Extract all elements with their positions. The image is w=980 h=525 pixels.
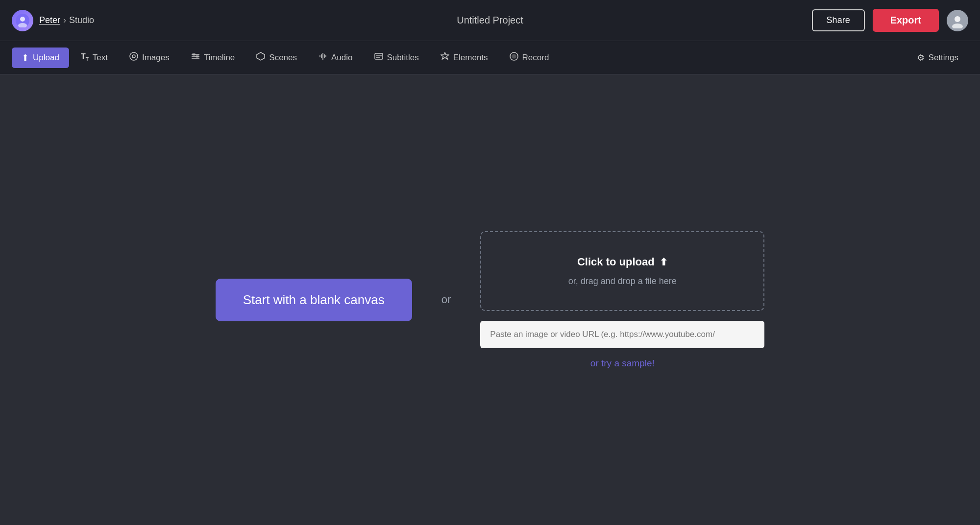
svg-point-4	[955, 16, 960, 22]
toolbar-subtitles-label: Subtitles	[387, 53, 419, 63]
export-button[interactable]: Export	[873, 9, 939, 32]
breadcrumb-studio: Studio	[69, 15, 94, 25]
timeline-icon	[191, 52, 200, 63]
svg-marker-13	[257, 52, 265, 60]
audio-icon	[318, 52, 327, 63]
upload-inline-icon: ⬆	[660, 256, 668, 268]
toolbar-item-record[interactable]: Record	[500, 47, 559, 68]
toolbar-item-subtitles[interactable]: Subtitles	[365, 47, 429, 68]
svg-rect-11	[193, 53, 195, 55]
toolbar-item-elements[interactable]: Elements	[431, 47, 498, 68]
upload-section: Click to upload ⬆ or, drag and drop a fi…	[480, 231, 764, 369]
toolbar-item-upload[interactable]: ⬆ Upload	[12, 48, 69, 68]
toolbar-elements-label: Elements	[453, 53, 488, 63]
user-profile-avatar[interactable]	[947, 10, 968, 31]
toolbar-upload-label: Upload	[33, 53, 59, 63]
upload-icon: ⬆	[22, 52, 29, 63]
svg-rect-12	[196, 55, 198, 57]
click-to-upload-label: Click to upload ⬆	[577, 256, 668, 268]
toolbar-item-timeline[interactable]: Timeline	[181, 47, 245, 68]
toolbar-audio-label: Audio	[331, 53, 352, 63]
toolbar-settings-label: Settings	[929, 53, 958, 63]
images-icon	[129, 52, 138, 63]
nav-right: Share Export	[490, 9, 968, 32]
drop-zone[interactable]: Click to upload ⬆ or, drag and drop a fi…	[480, 231, 764, 311]
scenes-icon	[256, 52, 265, 63]
breadcrumb: Peter › Studio	[39, 15, 94, 25]
user-avatar-logo	[12, 10, 33, 31]
svg-point-1	[20, 17, 25, 22]
share-button[interactable]: Share	[812, 9, 865, 31]
drag-drop-text: or, drag and drop a file here	[568, 276, 677, 286]
or-divider: or	[441, 293, 451, 306]
project-title: Untitled Project	[457, 15, 523, 26]
toolbar-item-text[interactable]: TT Text	[71, 48, 118, 67]
main-content: Start with a blank canvas or Click to up…	[0, 74, 980, 525]
toolbar-item-images[interactable]: Images	[120, 47, 179, 68]
svg-rect-14	[375, 53, 383, 59]
elements-icon	[441, 52, 449, 63]
subtitles-icon	[374, 52, 383, 63]
text-icon: TT	[81, 52, 89, 62]
toolbar: ⬆ Upload TT Text Images Timeline	[0, 41, 980, 74]
svg-point-7	[132, 55, 135, 58]
navbar: Peter › Studio Untitled Project Share Ex…	[0, 0, 980, 41]
blank-canvas-button[interactable]: Start with a blank canvas	[216, 279, 412, 321]
toolbar-record-label: Record	[522, 53, 549, 63]
toolbar-item-scenes[interactable]: Scenes	[246, 47, 307, 68]
try-sample-link[interactable]: or try a sample!	[480, 358, 764, 369]
toolbar-item-audio[interactable]: Audio	[309, 47, 362, 68]
toolbar-timeline-label: Timeline	[204, 53, 235, 63]
toolbar-scenes-label: Scenes	[269, 53, 297, 63]
toolbar-item-settings[interactable]: ⚙ Settings	[907, 48, 968, 68]
toolbar-text-label: Text	[93, 53, 108, 63]
nav-left: Peter › Studio	[12, 10, 490, 31]
record-icon	[510, 52, 518, 63]
svg-point-18	[512, 54, 516, 58]
svg-point-6	[130, 52, 138, 60]
url-input[interactable]	[480, 321, 764, 348]
breadcrumb-user-link[interactable]: Peter	[39, 15, 60, 25]
toolbar-images-label: Images	[142, 53, 170, 63]
settings-icon: ⚙	[917, 52, 925, 63]
breadcrumb-separator: ›	[63, 15, 66, 25]
